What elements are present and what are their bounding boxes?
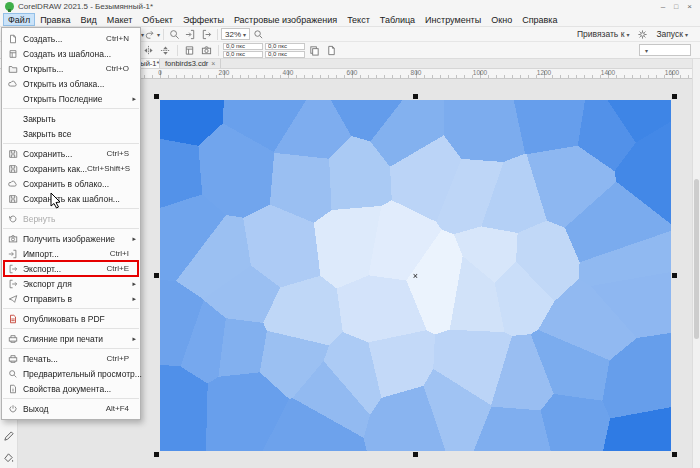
menu-item-publish-to-pdf[interactable]: Опубликовать в PDF [2,311,140,326]
menu-item-print-preview[interactable]: Предварительный просмотр... [2,366,140,381]
zoom-level-combo[interactable]: 32%▾ [221,28,250,40]
selection-handle[interactable] [154,94,159,99]
menu-item-open-from-cloud[interactable]: Открыть из облака... [2,76,140,91]
submenu-arrow-icon: ▸ [129,280,136,288]
menu-item-save[interactable]: Сохранить...Ctrl+S [2,146,140,161]
menu-item-print[interactable]: Печать...Ctrl+P [2,351,140,366]
minimize-icon[interactable]: – [661,3,665,11]
menu-item-exit[interactable]: ВыходAlt+F4 [2,401,140,416]
menu-item-revert: Вернуть [2,211,140,226]
bitmap-option-icon[interactable] [307,44,322,57]
menu-separator [3,143,139,144]
menu-item-print-merge[interactable]: Слияние при печати▸ [2,331,140,346]
chevron-down-icon: ▾ [685,31,688,38]
menu-table[interactable]: Таблица [375,13,420,26]
menu-item-open-recent[interactable]: Открыть Последние▸ [2,91,140,106]
selection-handle[interactable] [154,452,159,457]
menu-bar: Файл Правка Вид Макет Объект Эффекты Рас… [0,13,700,27]
window-controls: –□× [661,3,695,11]
menu-separator [3,348,139,349]
menu-separator [3,398,139,399]
exit-icon [2,404,23,414]
menu-item-new-from-template[interactable]: Создать из шаблона... [2,46,140,61]
menu-item-send-to[interactable]: Отправить в▸ [2,291,140,306]
menu-effects[interactable]: Эффекты [178,13,229,26]
bitmap-option-icon[interactable] [324,44,339,57]
menu-file[interactable]: Файл [3,13,35,26]
menu-item-document-properties[interactable]: Свойства документа... [2,381,140,396]
menu-item-export[interactable]: Экспорт...Ctrl+E [2,261,140,276]
px-field-1[interactable] [223,43,263,50]
tab-close-icon[interactable]: × [211,60,215,67]
export-icon [2,264,23,274]
print-icon [2,354,23,364]
menu-item-export-for[interactable]: Экспорт для▸ [2,276,140,291]
menu-window[interactable]: Окно [486,13,517,26]
chevron-down-icon: ▾ [243,31,246,38]
menu-item-import[interactable]: Импорт...Ctrl+I [2,246,140,261]
close-icon[interactable]: × [687,3,692,11]
snap-to-dropdown[interactable]: Привязать к▾ [574,28,632,41]
scrollbar-thumb[interactable] [694,179,699,339]
menu-item-new[interactable]: Создать...Ctrl+N [2,31,140,46]
fill-tool-icon[interactable] [0,447,17,468]
print-preview-icon [2,369,23,379]
trace-bitmap-icon[interactable] [199,44,214,57]
export-icon[interactable] [199,28,214,41]
selection-handle[interactable] [413,452,418,457]
search-icon[interactable] [167,28,182,41]
menu-item-acquire-image[interactable]: Получить изображение▸ [2,231,140,246]
vertical-scrollbar[interactable] [692,59,700,468]
cloud-icon [2,79,23,89]
options-gear-icon[interactable] [635,28,650,41]
file-menu-panel: Создать...Ctrl+N Создать из шаблона... О… [1,27,141,420]
save-icon [2,149,23,159]
import-icon [2,249,23,259]
menu-item-close-all[interactable]: Закрыть все [2,126,140,141]
menu-text[interactable]: Текст [342,13,375,26]
px-field-2[interactable] [223,51,263,58]
selected-bitmap[interactable]: × [160,100,671,451]
menu-item-save-as[interactable]: Сохранить как...Ctrl+Shift+S [2,161,140,176]
menu-edit[interactable]: Правка [35,13,75,26]
tab-fonbirds3[interactable]: fonbirds3.cdr× [160,59,221,68]
selection-center-marker: × [413,270,418,280]
selection-handle[interactable] [154,273,159,278]
mirror-vertical-icon[interactable] [158,44,173,57]
pdf-icon [2,314,23,324]
coreldraw-logo-icon [5,2,14,11]
menu-layout[interactable]: Макет [102,13,137,26]
submenu-arrow-icon: ▸ [129,95,136,103]
mirror-horizontal-icon[interactable] [141,44,156,57]
selection-handle[interactable] [672,452,677,457]
menu-item-close[interactable]: Закрыть [2,111,140,126]
redo-icon[interactable]: ▾ [145,28,160,41]
menu-tools[interactable]: Инструменты [420,13,486,26]
menu-help[interactable]: Справка [517,13,562,26]
revert-icon [2,214,23,224]
maximize-icon[interactable]: □ [674,3,678,11]
selection-handle[interactable] [413,94,418,99]
px-field-3[interactable] [265,43,305,50]
menu-separator [3,228,139,229]
launch-dropdown[interactable]: Запуск▾ [653,28,691,41]
style-combo[interactable]: ▾ [639,44,691,56]
menu-item-open[interactable]: Открыть...Ctrl+O [2,61,140,76]
menu-item-save-as-template[interactable]: Сохранить как шаблон... [2,191,140,206]
send-to-icon [2,294,23,304]
new-document-icon [2,34,23,44]
outline-pen-tool-icon[interactable] [0,426,17,447]
selection-handle[interactable] [672,94,677,99]
menu-bitmaps[interactable]: Растровые изображения [229,13,342,26]
edit-bitmap-icon[interactable] [182,44,197,57]
menu-item-save-to-cloud[interactable]: Сохранить в облако... [2,176,140,191]
import-icon[interactable] [183,28,198,41]
fullscreen-preview-icon[interactable] [251,28,266,41]
submenu-arrow-icon: ▸ [129,295,136,303]
menu-view[interactable]: Вид [76,13,102,26]
selection-handle[interactable] [672,273,677,278]
px-fields-left [223,43,263,58]
chevron-down-icon: ▾ [626,31,629,38]
menu-object[interactable]: Объект [137,13,178,26]
px-field-4[interactable] [265,51,305,58]
